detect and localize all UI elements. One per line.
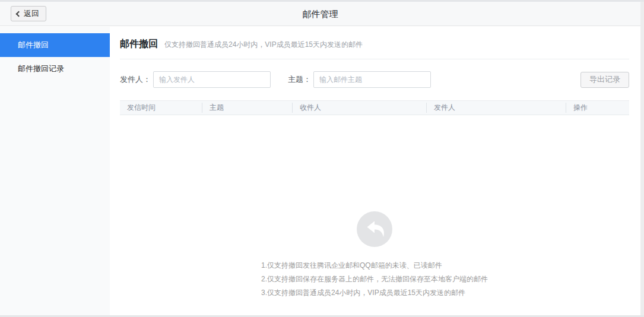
section-heading: 邮件撤回 xyxy=(120,38,158,50)
content-header: 邮件撤回 仅支持撤回普通成员24小时内，VIP成员最近15天内发送的邮件 xyxy=(120,27,629,59)
back-button-label: 返回 xyxy=(24,8,39,19)
recall-rule-2: 2.仅支持撤回保存在服务器上的邮件，无法撤回保存至本地客户端的邮件 xyxy=(261,272,488,286)
sidebar-item-label: 邮件撤回记录 xyxy=(18,64,64,73)
sender-label: 发件人： xyxy=(120,74,151,85)
subject-input[interactable] xyxy=(313,71,431,88)
chevron-left-icon xyxy=(16,11,22,17)
main-content: 邮件撤回 仅支持撤回普通成员24小时内，VIP成员最近15天内发送的邮件 发件人… xyxy=(110,27,640,315)
vertical-scrollbar-track[interactable] xyxy=(640,2,644,317)
recall-rule-1: 1.仅支持撤回发往腾讯企业邮和QQ邮箱的未读、已读邮件 xyxy=(261,259,488,272)
column-header-actions: 操作 xyxy=(566,103,629,113)
sidebar-item-mail-recall[interactable]: 邮件撤回 xyxy=(0,33,110,57)
sidebar: 邮件撤回 邮件撤回记录 xyxy=(0,27,110,315)
table-header-row: 发信时间 主题 收件人 发件人 操作 xyxy=(120,100,629,115)
export-records-button[interactable]: 导出记录 xyxy=(580,72,629,88)
recall-rules-notes: 1.仅支持撤回发往腾讯企业邮和QQ邮箱的未读、已读邮件 2.仅支持撤回保存在服务… xyxy=(261,259,488,300)
empty-state: 1.仅支持撤回发往腾讯企业邮和QQ邮箱的未读、已读邮件 2.仅支持撤回保存在服务… xyxy=(120,115,629,300)
page-title: 邮件管理 xyxy=(0,2,640,26)
filter-row: 发件人： 主题： 导出记录 xyxy=(120,71,629,88)
back-button[interactable]: 返回 xyxy=(11,6,46,21)
section-subtitle: 仅支持撤回普通成员24小时内，VIP成员最近15天内发送的邮件 xyxy=(164,40,363,50)
mail-management-window: 邮件管理 返回 邮件撤回 邮件撤回记录 邮件撤回 仅支持撤回普通成员24小时内，… xyxy=(0,0,644,317)
column-header-send-time: 发信时间 xyxy=(120,103,202,113)
sender-input[interactable] xyxy=(153,71,271,88)
column-header-sender: 发件人 xyxy=(426,103,566,113)
column-header-subject: 主题 xyxy=(202,103,292,113)
subject-label: 主题： xyxy=(288,74,311,85)
recall-arrow-icon xyxy=(357,211,392,249)
sidebar-item-label: 邮件撤回 xyxy=(18,40,49,49)
recall-rule-3: 3.仅支持撤回普通成员24小时内，VIP成员最近15天内发送的邮件 xyxy=(261,286,488,300)
topbar: 邮件管理 返回 xyxy=(0,2,640,26)
column-header-recipient: 收件人 xyxy=(292,103,426,113)
sidebar-item-recall-records[interactable]: 邮件撤回记录 xyxy=(0,57,110,81)
